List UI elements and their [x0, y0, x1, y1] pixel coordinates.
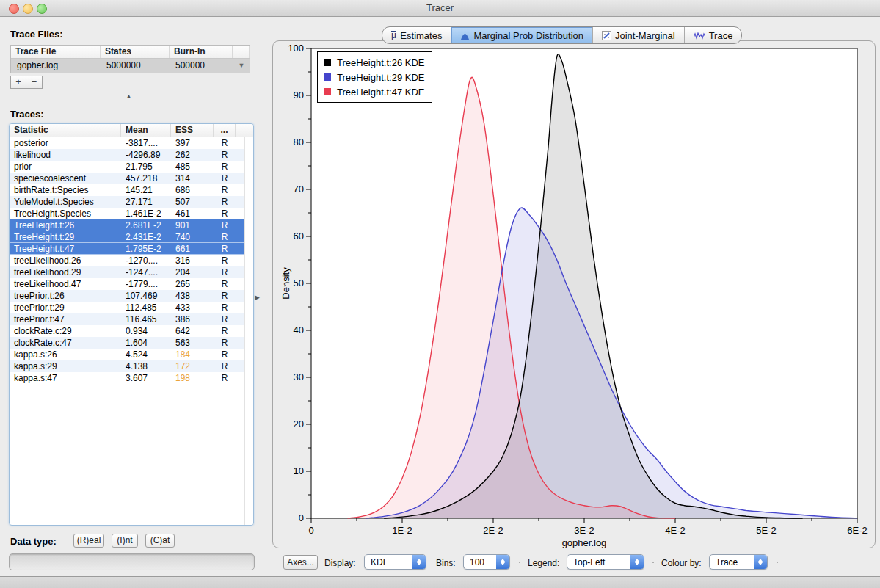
trace-files-header: Trace File States Burn-In [11, 46, 250, 59]
tab-joint-marginal[interactable]: Joint-Marginal [593, 27, 685, 43]
trace-row-treeLikelihood.26[interactable]: treeLikelihood.26 -1270.... 316 R [10, 255, 253, 266]
svg-text:70: 70 [294, 184, 304, 195]
trace-row-speciescoalescent[interactable]: speciescoalescent 457.218 314 R [10, 173, 253, 184]
data-type-label: Data type: [10, 536, 57, 547]
stepper-icon [496, 555, 509, 569]
trace-files-label: Trace Files: [10, 29, 63, 40]
trace-row-birthRate.t:Species[interactable]: birthRate.t:Species 145.21 686 R [10, 184, 253, 196]
y-axis-label: Density [282, 267, 291, 300]
chevron-down-icon[interactable]: ▼ [233, 59, 250, 73]
trace-row-likelihood[interactable]: likelihood -4296.89 262 R [10, 149, 253, 161]
chart-legend: TreeHeight.t:26 KDE TreeHeight.t:29 KDE … [317, 51, 432, 103]
legend-label: Legend: [528, 558, 559, 568]
x-axis-label: gopher.log [562, 537, 607, 548]
trace-line-icon [694, 31, 705, 40]
separator-dot [652, 562, 654, 563]
trace-row-treePrior.t:26[interactable]: treePrior.t:26 107.469 438 R [10, 290, 253, 302]
window-bottom-edge [0, 576, 880, 588]
svg-text:40: 40 [294, 324, 304, 335]
data-type-int-button[interactable]: (I)nt [112, 534, 138, 548]
svg-text:2E-2: 2E-2 [483, 525, 503, 536]
trace-row-kappa.s:26[interactable]: kappa.s:26 4.524 184 R [10, 349, 253, 360]
trace-row-posterior[interactable]: posterior -3817.... 397 R [10, 137, 253, 149]
trace-row-TreeHeight.t:29[interactable]: TreeHeight.t:29 2.431E-2 740 R [10, 231, 253, 243]
trace-row-prior[interactable]: prior 21.795 485 R [10, 161, 253, 173]
display-select[interactable]: KDE [364, 554, 426, 570]
col-states[interactable]: States [101, 46, 170, 58]
col-mean[interactable]: Mean [121, 124, 171, 137]
legend-select[interactable]: Top-Left [567, 554, 644, 570]
traces-label: Traces: [10, 109, 44, 120]
svg-text:30: 30 [294, 371, 304, 382]
col-trace-file[interactable]: Trace File [11, 46, 101, 58]
bins-label: Bins: [436, 558, 456, 568]
trace-row-clockRate.c:29[interactable]: clockRate.c:29 0.934 642 R [10, 325, 253, 337]
traces-scrollbar-track[interactable] [244, 137, 253, 525]
kde-chart: 010203040506070809010001E-22E-23E-24E-25… [282, 41, 869, 548]
tab-estimates[interactable]: μEstimates [382, 27, 451, 43]
vertical-splitter-handle[interactable]: ▶ [255, 294, 260, 301]
trace-row-treeLikelihood.29[interactable]: treeLikelihood.29 -1247.... 204 R [10, 266, 253, 278]
col-type[interactable]: ... [214, 124, 236, 137]
tracer-window: Tracer Trace Files: Trace File States Bu… [0, 0, 880, 588]
window-title: Tracer [0, 2, 880, 13]
legend-swatch-icon [324, 73, 331, 81]
bins-select[interactable]: 100 [463, 554, 510, 570]
horizontal-splitter-handle[interactable]: ▲ [126, 92, 132, 100]
svg-text:50: 50 [294, 277, 304, 288]
trace-row-kappa.s:47[interactable]: kappa.s:47 3.607 198 R [10, 372, 253, 384]
density-icon [460, 31, 470, 40]
stepper-icon [754, 555, 767, 569]
trace-row-TreeHeight.t:26[interactable]: TreeHeight.t:26 2.681E-2 901 R [10, 219, 253, 231]
svg-text:3E-2: 3E-2 [574, 525, 594, 536]
trace-row-treePrior.t:47[interactable]: treePrior.t:47 116.465 386 R [10, 313, 253, 325]
legend-item: TreeHeight.t:26 KDE [324, 55, 424, 70]
tab-marginal-prob-distribution[interactable]: Marginal Prob Distribution [451, 27, 593, 43]
legend-swatch-icon [324, 59, 331, 66]
trace-row-clockRate.c:47[interactable]: clockRate.c:47 1.604 563 R [10, 337, 253, 349]
trace-file-row[interactable]: gopher.log 5000000 500000 ▼ [11, 59, 250, 73]
svg-text:80: 80 [294, 137, 304, 148]
stepper-icon [630, 555, 644, 569]
svg-text:0: 0 [308, 525, 313, 536]
trace-row-YuleModel.t:Species[interactable]: YuleModel.t:Species 27.171 507 R [10, 196, 253, 208]
trace-row-TreeHeight.t:47[interactable]: TreeHeight.t:47 1.795E-2 661 R [10, 243, 253, 255]
add-trace-file-button[interactable]: + [10, 76, 26, 89]
svg-text:0: 0 [299, 512, 304, 523]
view-tabs: μEstimates Marginal Prob Distribution Jo… [382, 26, 742, 44]
col-ess[interactable]: ESS [171, 124, 214, 137]
svg-text:20: 20 [294, 418, 304, 429]
data-type-cat-button[interactable]: (C)at [145, 534, 175, 548]
mu-bar-icon: μ [391, 31, 396, 40]
title-bar[interactable]: Tracer [0, 0, 880, 17]
trace-row-TreeHeight.Species[interactable]: TreeHeight.Species 1.461E-2 461 R [10, 208, 253, 219]
col-burn-in[interactable]: Burn-In [170, 46, 233, 58]
pencil-scatter-icon [602, 31, 611, 40]
remove-trace-file-button[interactable]: − [26, 76, 43, 89]
svg-text:10: 10 [294, 465, 304, 476]
trace-row-kappa.s:29[interactable]: kappa.s:29 4.138 172 R [10, 360, 253, 372]
trace-files-table: Trace File States Burn-In gopher.log 500… [10, 45, 250, 73]
stepper-icon [412, 555, 426, 569]
legend-item: TreeHeight.t:29 KDE [324, 70, 424, 84]
trace-row-treePrior.t:29[interactable]: treePrior.t:29 112.485 433 R [10, 302, 253, 313]
svg-text:100: 100 [288, 43, 304, 54]
legend-swatch-icon [324, 88, 331, 95]
svg-text:1E-2: 1E-2 [392, 525, 412, 536]
svg-text:4E-2: 4E-2 [665, 525, 685, 536]
data-type-real-button[interactable]: (R)eal [73, 534, 104, 548]
svg-text:5E-2: 5E-2 [756, 525, 776, 536]
axes-button[interactable]: Axes... [283, 555, 318, 570]
colour-by-label: Colour by: [661, 558, 702, 568]
trace-row-treeLikelihood.47[interactable]: treeLikelihood.47 -1779.... 265 R [10, 278, 253, 290]
svg-text:90: 90 [294, 90, 304, 101]
separator-dot [777, 562, 778, 563]
legend-item: TreeHeight.t:47 KDE [324, 84, 424, 99]
traces-header: Statistic Mean ESS ... [10, 124, 253, 137]
colour-by-select[interactable]: Trace [709, 554, 768, 570]
col-statistic[interactable]: Statistic [10, 124, 121, 137]
tab-trace[interactable]: Trace [685, 27, 742, 43]
svg-text:60: 60 [294, 231, 304, 242]
traces-table: Statistic Mean ESS ... posterior -3817..… [9, 123, 254, 526]
progress-bar [9, 553, 255, 570]
